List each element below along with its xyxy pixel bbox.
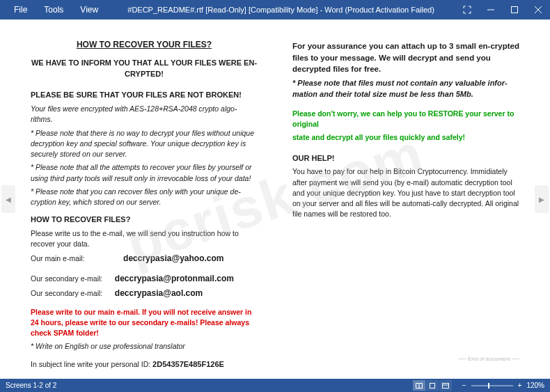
personal-id: 2D54357E485F126E xyxy=(152,360,224,368)
assurance-text: For your assurance you can attach up to … xyxy=(292,40,519,75)
svg-rect-6 xyxy=(430,383,434,388)
prev-page-button[interactable]: ◀ xyxy=(1,185,15,213)
page-1: HOW TO RECOVER YOUR FILES? WE HAVE TO IN… xyxy=(18,25,270,373)
red-warning: Please write to our main e-mail. If you … xyxy=(31,307,258,339)
zoom-in-button[interactable]: + xyxy=(516,382,524,389)
view-mode-buttons xyxy=(413,380,452,391)
menu-file[interactable]: File xyxy=(6,2,36,17)
read-mode-button[interactable] xyxy=(413,380,425,391)
svg-rect-1 xyxy=(512,7,518,13)
main-email-label: Our main e-mail: xyxy=(31,254,85,262)
close-button[interactable] xyxy=(526,0,550,19)
note-1: * Please note that there is no way to de… xyxy=(31,128,258,160)
sec-email-1: deccrypasia@protonmail.com xyxy=(115,274,234,283)
how-title: HOW TO RECOVER FILES? xyxy=(31,214,258,226)
maximize-button[interactable] xyxy=(503,0,526,19)
ourhelp-title: OUR HELP! xyxy=(292,153,519,164)
sec-email-label-1: Our secondary e-mail: xyxy=(31,274,102,283)
page-heading: HOW TO RECOVER YOUR FILES? xyxy=(31,39,258,51)
zoom-out-button[interactable]: − xyxy=(460,382,469,389)
zoom-slider[interactable] xyxy=(471,385,513,386)
ourhelp-body: You have to pay for our help in Bitcoin … xyxy=(292,166,519,219)
pages-container: HOW TO RECOVER YOUR FILES? WE HAVE TO IN… xyxy=(0,19,550,379)
window-controls xyxy=(455,0,550,19)
minimize-button[interactable] xyxy=(479,0,503,19)
svg-rect-7 xyxy=(442,383,448,388)
window-title: #DECP_README#.rtf [Read-Only] [Compatibi… xyxy=(107,6,455,14)
note-2: * Please note that all the attempts to r… xyxy=(31,162,258,183)
document-area: pcrisk.com ◀ ▶ HOW TO RECOVER YOUR FILES… xyxy=(0,19,550,379)
page-2: For your assurance you can attach up to … xyxy=(280,25,532,373)
sec-email-row-1: Our secondary e-mail: deccrypasia@proton… xyxy=(31,273,258,285)
next-page-button[interactable]: ▶ xyxy=(535,185,549,213)
main-email-row: Our main e-mail: deccrypasia@yahoo.com xyxy=(31,253,258,265)
subject-label: In subject line write your personal ID: xyxy=(31,360,152,368)
print-layout-button[interactable] xyxy=(426,380,439,391)
how-body: Please write us to the e-mail, we will s… xyxy=(31,228,258,249)
green-line-1: Please don't worry, we can help you to R… xyxy=(292,109,519,130)
sub-heading: WE HAVE TO INFORM YOU THAT ALL YOUR FILE… xyxy=(31,58,258,80)
zoom-percent[interactable]: 120% xyxy=(526,382,544,389)
title-bar: File Tools View #DECP_README#.rtf [Read-… xyxy=(0,0,550,19)
web-layout-button[interactable] xyxy=(439,380,452,391)
green-line-2: state and decrypt all your files quickly… xyxy=(292,132,519,143)
sec-email-2: deccrypasia@aol.com xyxy=(115,288,203,298)
menu-tools[interactable]: Tools xyxy=(36,2,72,17)
main-email: deccrypasia@yahoo.com xyxy=(123,253,223,263)
sec-email-row-2: Our secondary e-mail: deccrypasia@aol.co… xyxy=(31,288,258,299)
menu-view[interactable]: View xyxy=(72,2,107,17)
zoom-control: − + 120% xyxy=(460,382,544,389)
end-of-document: ── End of document ── xyxy=(458,355,519,363)
status-right: − + 120% xyxy=(413,380,544,391)
encrypted-line: Your files were encrypted with AES-128+R… xyxy=(31,104,258,125)
menu-bar: File Tools View xyxy=(0,2,107,17)
translator-note: * Write on English or use professional t… xyxy=(31,341,258,352)
note-3: * Please note that you can recover files… xyxy=(31,187,258,207)
sec-email-label-2: Our secondary e-mail: xyxy=(31,289,102,297)
status-bar: Screens 1-2 of 2 − + 120% xyxy=(0,379,550,392)
full-screen-button[interactable] xyxy=(455,0,479,19)
assurance-note: * Please note that files must not contai… xyxy=(292,78,519,100)
warn-title: PLEASE BE SURE THAT YOUR FILES ARE NOT B… xyxy=(31,90,258,101)
screen-count[interactable]: Screens 1-2 of 2 xyxy=(6,382,413,389)
subject-row: In subject line write your personal ID: … xyxy=(31,359,258,370)
